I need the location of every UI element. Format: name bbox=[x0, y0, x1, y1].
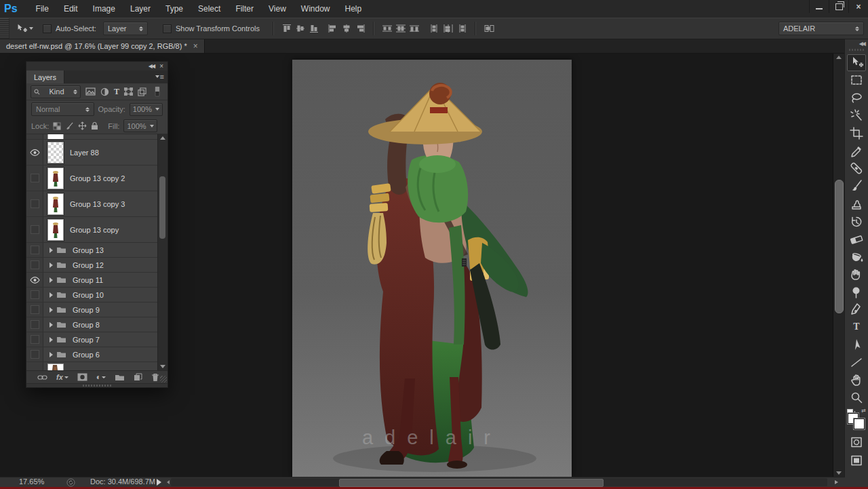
visibility-toggle[interactable] bbox=[26, 273, 43, 287]
filter-shape-layers-icon[interactable] bbox=[124, 87, 133, 96]
group-name[interactable]: Group 6 bbox=[73, 351, 100, 359]
restore-button[interactable] bbox=[829, 0, 848, 13]
distribute-horizontal-centers-button[interactable] bbox=[443, 24, 454, 33]
layer-thumbnail[interactable] bbox=[47, 142, 64, 163]
layer-style-button[interactable]: fx bbox=[56, 373, 68, 381]
group-name[interactable]: Group 10 bbox=[73, 291, 104, 299]
panel-menu-icon[interactable]: ≡ bbox=[155, 73, 164, 81]
visibility-toggle[interactable] bbox=[26, 165, 43, 191]
scroll-down-icon[interactable] bbox=[836, 471, 842, 475]
clone-stamp-tool[interactable] bbox=[847, 195, 866, 212]
filter-toggle-switch[interactable] bbox=[154, 86, 161, 97]
distribute-left-edges-button[interactable] bbox=[429, 24, 440, 33]
group-name[interactable]: Group 12 bbox=[73, 261, 104, 269]
layer-row[interactable]: Layer 88 bbox=[26, 140, 167, 165]
link-layers-button[interactable] bbox=[37, 374, 47, 380]
document-size-info[interactable]: Doc: 30.4M/698.7M bbox=[90, 477, 155, 486]
hand-tool[interactable] bbox=[847, 372, 866, 389]
auto-align-layers-button[interactable] bbox=[484, 24, 496, 33]
visibility-toggle[interactable] bbox=[26, 217, 43, 242]
document-vertical-scrollbar[interactable] bbox=[833, 53, 844, 477]
auto-select-target-dropdown[interactable]: Layer bbox=[103, 22, 148, 35]
layer-name[interactable]: Group 13 copy 3 bbox=[70, 200, 125, 208]
filter-type-layers-icon[interactable]: T bbox=[114, 87, 119, 97]
distribute-vertical-centers-button[interactable] bbox=[395, 24, 406, 33]
new-group-button[interactable] bbox=[115, 374, 125, 381]
panel-close-icon[interactable]: × bbox=[159, 62, 163, 70]
magic-wand-tool[interactable] bbox=[847, 107, 866, 124]
workspace-dropdown[interactable]: ADELAIR bbox=[778, 22, 864, 35]
blend-mode-dropdown[interactable]: Normal bbox=[31, 102, 94, 116]
show-transform-checkbox[interactable] bbox=[163, 24, 172, 33]
ps-logo-icon[interactable]: Ps bbox=[4, 3, 18, 15]
filter-pixel-layers-icon[interactable] bbox=[85, 87, 96, 96]
menu-view[interactable]: View bbox=[261, 0, 294, 18]
fill-dropdown[interactable]: 100% bbox=[123, 119, 157, 132]
auto-select-checkbox[interactable] bbox=[43, 24, 52, 33]
layers-scrollbar-thumb[interactable] bbox=[159, 176, 165, 239]
menu-window[interactable]: Window bbox=[294, 0, 338, 18]
eyedropper-tool[interactable] bbox=[847, 142, 866, 159]
align-bottom-edges-button[interactable] bbox=[309, 24, 319, 33]
filter-kind-dropdown[interactable]: Kind bbox=[31, 85, 81, 98]
expand-triangle-icon[interactable] bbox=[50, 277, 53, 283]
expand-triangle-icon[interactable] bbox=[50, 262, 53, 268]
layer-row-partial-top[interactable] bbox=[26, 134, 167, 140]
layer-name[interactable]: Group 13 copy 2 bbox=[70, 174, 125, 182]
lock-transparent-pixels-icon[interactable] bbox=[53, 122, 61, 130]
expand-triangle-icon[interactable] bbox=[50, 248, 53, 253]
horizontal-scrollbar-thumb[interactable] bbox=[339, 479, 604, 487]
group-row[interactable]: Group 7 bbox=[26, 332, 167, 347]
new-layer-button[interactable] bbox=[134, 373, 142, 381]
crop-tool[interactable] bbox=[847, 125, 866, 142]
expand-triangle-icon[interactable] bbox=[50, 352, 53, 357]
healing-brush-tool[interactable] bbox=[847, 160, 866, 177]
close-button[interactable]: × bbox=[848, 0, 868, 13]
layer-name[interactable]: Group 13 copy bbox=[70, 226, 119, 234]
lasso-tool[interactable] bbox=[847, 90, 866, 106]
visibility-toggle[interactable] bbox=[26, 317, 43, 332]
current-tool-chip[interactable] bbox=[15, 23, 33, 34]
filter-smart-objects-icon[interactable] bbox=[138, 87, 146, 96]
layer-thumbnail[interactable] bbox=[47, 219, 64, 241]
menu-file[interactable]: File bbox=[28, 0, 56, 18]
options-bar-grip[interactable] bbox=[0, 18, 9, 39]
delete-layer-button[interactable] bbox=[151, 373, 159, 382]
layer-thumbnail[interactable] bbox=[47, 193, 64, 215]
collapse-panel-icon[interactable]: ◀◀ bbox=[149, 63, 154, 69]
visibility-toggle[interactable] bbox=[26, 140, 43, 165]
align-left-edges-button[interactable] bbox=[328, 24, 338, 33]
visibility-toggle[interactable] bbox=[26, 332, 43, 347]
distribute-bottom-edges-button[interactable] bbox=[409, 24, 420, 33]
document-tab[interactable]: desert elf-nw.psd @ 17.6% (Layer 99 copy… bbox=[0, 39, 205, 53]
screen-mode-button[interactable] bbox=[847, 452, 866, 469]
layer-row[interactable]: Group 13 copy bbox=[26, 217, 167, 243]
brush-tool[interactable] bbox=[847, 178, 866, 195]
visibility-toggle[interactable] bbox=[26, 258, 43, 272]
layer-thumbnail[interactable] bbox=[47, 168, 64, 189]
add-layer-mask-button[interactable] bbox=[77, 373, 87, 381]
group-name[interactable]: Group 13 bbox=[73, 246, 104, 254]
tab-close-icon[interactable]: × bbox=[193, 41, 198, 51]
menu-select[interactable]: Select bbox=[191, 0, 228, 18]
group-row[interactable]: Group 10 bbox=[26, 288, 167, 302]
layers-scrollbar[interactable] bbox=[157, 134, 167, 370]
scroll-right-icon[interactable] bbox=[835, 480, 838, 484]
tools-drag-handle[interactable] bbox=[849, 49, 864, 51]
menu-edit[interactable]: Edit bbox=[56, 0, 85, 18]
expand-triangle-icon[interactable] bbox=[50, 337, 53, 343]
visibility-toggle[interactable] bbox=[26, 243, 43, 257]
collapse-tools-icon[interactable]: ◀◀ bbox=[859, 41, 865, 47]
visibility-toggle[interactable] bbox=[26, 302, 43, 317]
panel-resize-grip[interactable] bbox=[160, 376, 167, 383]
group-row[interactable]: Group 6 bbox=[26, 347, 167, 362]
rectangular-marquee-tool[interactable] bbox=[847, 72, 866, 89]
layer-row-partial-bottom[interactable] bbox=[26, 362, 167, 371]
eraser-tool[interactable] bbox=[847, 231, 866, 248]
group-name[interactable]: Group 9 bbox=[73, 306, 100, 314]
swap-colors-icon[interactable]: ⇄ bbox=[861, 408, 866, 414]
dodge-tool[interactable] bbox=[847, 283, 866, 300]
group-name[interactable]: Group 7 bbox=[73, 336, 100, 344]
scroll-up-icon[interactable] bbox=[160, 136, 165, 140]
panel-drag-handle[interactable] bbox=[26, 383, 167, 387]
